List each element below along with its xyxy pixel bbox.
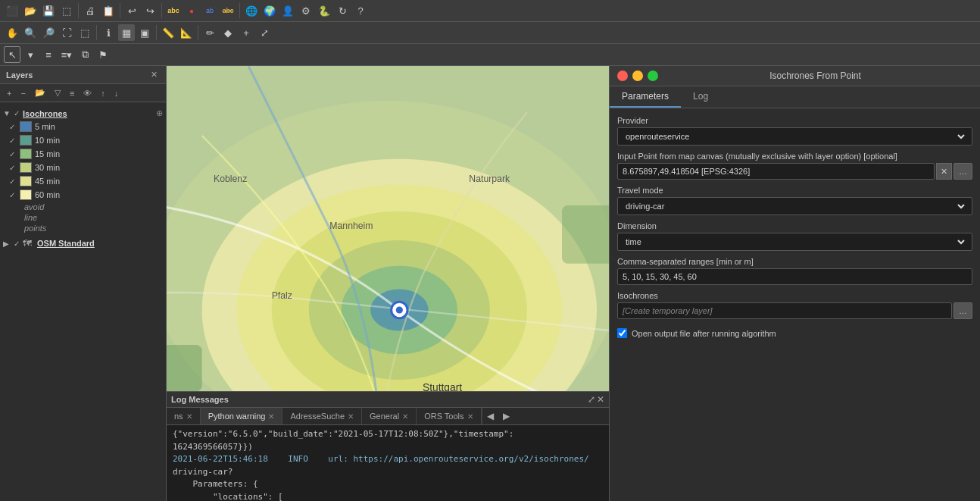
layers-close-btn[interactable]: ✕ <box>148 69 160 80</box>
undo-btn[interactable]: ↩ <box>123 2 140 19</box>
node-btn[interactable]: ◆ <box>220 24 236 41</box>
refresh-btn[interactable]: ↻ <box>334 2 351 19</box>
measure2-btn[interactable]: 📐 <box>178 24 195 41</box>
layer-up-btn[interactable]: ↑ <box>97 87 109 99</box>
provider-select[interactable]: openrouteservice <box>623 131 967 142</box>
log-tab-ors-tools-close[interactable]: ✕ <box>467 412 473 421</box>
layer-remove-btn[interactable]: − <box>17 87 29 99</box>
identify-btn[interactable]: ℹ <box>100 24 117 41</box>
measure-btn[interactable]: 📏 <box>160 24 176 41</box>
label-btn3[interactable]: ab <box>201 2 218 19</box>
minimize-btn[interactable] <box>632 70 643 81</box>
add-feature-btn[interactable]: + <box>238 24 254 41</box>
filter-btn[interactable]: ⧉ <box>76 46 93 63</box>
layer-item-30min[interactable]: ✓ 30 min <box>3 161 163 174</box>
label-btn4[interactable]: abc <box>220 2 236 19</box>
layer-group-osm-header[interactable]: ▶ ✓ 🗺 OSM Standard <box>3 236 163 250</box>
travel-mode-input[interactable]: driving-car <box>617 197 972 215</box>
log-tab-adress-suche[interactable]: AdresseSuche ✕ <box>282 408 362 424</box>
redo-btn[interactable]: ↪ <box>142 2 158 19</box>
flag-btn[interactable]: ⚑ <box>95 46 111 63</box>
log-tab-ors-tools[interactable]: ORS Tools ✕ <box>417 408 481 424</box>
layer-group-isochrones-header[interactable]: ▼ ✓ Isochrones ⊕ <box>3 107 163 120</box>
toolbar-area: ⬛ 📂 💾 ⬚ 🖨 📋 ↩ ↪ abc ● ab abc 🌐 🌍 👤 ⚙ 🐍 ↻… <box>0 0 980 66</box>
log-tab-ns-close[interactable]: ✕ <box>186 412 192 421</box>
layer-item-45min[interactable]: ✓ 45 min <box>3 174 163 188</box>
layer-open-btn[interactable]: 📂 <box>31 86 49 99</box>
python-btn[interactable]: 🐍 <box>316 2 332 19</box>
user-btn[interactable]: 👤 <box>279 2 296 19</box>
move-btn[interactable]: ⤢ <box>256 24 273 41</box>
settings-btn[interactable]: ⚙ <box>298 2 314 19</box>
zoom-in-btn[interactable]: 🔍 <box>22 24 39 41</box>
toolbar-row-2: ✋ 🔍 🔎 ⛶ ⬚ ℹ ▦ ▣ 📏 📐 ✏ ◆ + ⤢ <box>0 21 980 43</box>
dimension-select[interactable]: time <box>623 236 967 247</box>
layer-filter-bar: + − 📂 ▽ ≡ 👁 ↑ ↓ <box>0 84 166 102</box>
input-point-container: 8.675897,49.418504 [EPSG:4326] ✕ … <box>617 163 972 180</box>
maximize-btn[interactable] <box>648 70 658 81</box>
pointer-select-btn[interactable]: ↖ <box>4 46 20 63</box>
layers-toolbar: ✕ <box>148 69 160 80</box>
globe-btn[interactable]: 🌐 <box>243 2 260 19</box>
dimension-input[interactable]: time <box>617 233 972 251</box>
log-tab-python-warning[interactable]: Python warning ✕ <box>201 408 283 424</box>
layer-more-btn[interactable]: ≡ <box>66 87 78 99</box>
open-output-checkbox[interactable] <box>617 328 627 338</box>
layer-tree: ▼ ✓ Isochrones ⊕ ✓ 5 min ✓ 10 min ✓ <box>0 102 166 501</box>
tab-parameters[interactable]: Parameters <box>610 86 681 108</box>
zoom-out-btn[interactable]: 🔎 <box>40 24 57 41</box>
log-prev-btn[interactable]: ◀ <box>482 408 498 424</box>
open-project-btn[interactable]: 📂 <box>22 2 39 19</box>
layer-add-btn[interactable]: + <box>3 87 15 99</box>
new-project-btn[interactable]: ⬛ <box>4 2 20 19</box>
log-tab-general-close[interactable]: ✕ <box>402 412 408 421</box>
dropdown-btn[interactable]: ▾ <box>22 46 39 63</box>
help-btn[interactable]: ? <box>352 2 369 19</box>
zoom-full-btn[interactable]: ⛶ <box>58 24 75 41</box>
layer-item-5min[interactable]: ✓ 5 min <box>3 120 163 133</box>
layer-vis-btn[interactable]: 👁 <box>80 87 95 99</box>
close-btn[interactable] <box>617 70 628 81</box>
osm-check-icon: ✓ <box>14 240 20 248</box>
globe2-btn[interactable]: 🌍 <box>261 2 278 19</box>
log-next-btn[interactable]: ▶ <box>498 408 514 424</box>
30min-swatch <box>20 162 32 173</box>
select-btn[interactable]: ▦ <box>118 24 135 41</box>
label-btn1[interactable]: abc <box>165 2 182 19</box>
log-tab-adress-suche-close[interactable]: ✕ <box>348 412 354 421</box>
isochrones-scroll-btn[interactable]: ⊕ <box>156 108 163 118</box>
log-tab-ns[interactable]: ns ✕ <box>167 408 201 424</box>
print-btn[interactable]: 🖨 <box>82 2 98 19</box>
layer-filter-btn[interactable]: ▽ <box>51 86 64 99</box>
edit-btn[interactable]: ✏ <box>201 24 218 41</box>
travel-mode-select[interactable]: driving-car <box>623 201 967 211</box>
5min-label: 5 min <box>35 122 55 131</box>
label-btn2[interactable]: ● <box>183 2 200 19</box>
layer-item-60min[interactable]: ✓ 60 min <box>3 188 163 202</box>
isochrones-browse-btn[interactable]: … <box>953 302 972 319</box>
60min-check: ✓ <box>9 191 17 199</box>
input-point-browse-btn[interactable]: … <box>953 163 972 180</box>
layer-item-15min[interactable]: ✓ 15 min <box>3 147 163 161</box>
list-drop-btn[interactable]: ≡▾ <box>58 46 75 63</box>
provider-input[interactable]: openrouteservice <box>617 127 972 146</box>
log-close-btn[interactable]: ✕ <box>597 394 604 405</box>
deselect-btn[interactable]: ▣ <box>136 24 153 41</box>
log-tab-general[interactable]: General ✕ <box>362 408 417 424</box>
compose-btn[interactable]: 📋 <box>100 2 117 19</box>
list-btn[interactable]: ≡ <box>40 46 57 63</box>
ranges-input[interactable]: 5, 10, 15, 30, 45, 60 <box>617 268 972 285</box>
layer-down-btn[interactable]: ↓ <box>111 87 123 99</box>
input-point-row: Input Point from map canvas (mutually ex… <box>617 152 972 180</box>
log-undock-btn[interactable]: ⤢ <box>588 394 595 405</box>
save-project-btn[interactable]: 💾 <box>40 2 57 19</box>
zoom-layer-btn[interactable]: ⬚ <box>76 24 93 41</box>
travel-mode-row: Travel mode driving-car <box>617 186 972 215</box>
log-tab-python-warning-close[interactable]: ✕ <box>268 412 274 421</box>
isochrones-output-input[interactable]: [Create temporary layer] <box>617 302 952 319</box>
save-as-btn[interactable]: ⬚ <box>58 2 75 19</box>
tab-log[interactable]: Log <box>681 86 720 108</box>
pan-btn[interactable]: ✋ <box>4 24 20 41</box>
layer-item-10min[interactable]: ✓ 10 min <box>3 133 163 147</box>
input-point-clear-btn[interactable]: ✕ <box>936 163 952 180</box>
